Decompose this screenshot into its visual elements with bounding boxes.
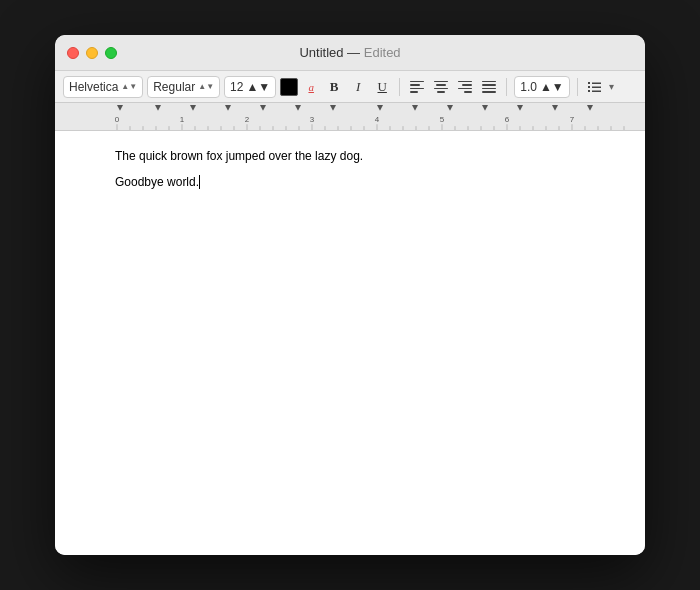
minimize-button[interactable]	[86, 47, 98, 59]
align-left-icon	[410, 81, 424, 93]
edited-label: Edited	[364, 45, 401, 60]
svg-text:6: 6	[505, 115, 510, 124]
toolbar-separator-3	[577, 78, 578, 96]
align-center-button[interactable]	[431, 77, 451, 97]
svg-text:7: 7	[570, 115, 574, 124]
align-center-icon	[434, 81, 448, 93]
italic-button[interactable]: I	[348, 77, 368, 97]
svg-rect-3	[592, 86, 601, 88]
line-spacing-label: 1.0	[520, 80, 537, 94]
underline-label: U	[378, 79, 387, 95]
svg-text:3: 3	[310, 115, 315, 124]
title-bar: Untitled — Edited	[55, 35, 645, 71]
bold-label: B	[330, 79, 339, 95]
font-style-selector[interactable]: Regular ▲▼	[147, 76, 220, 98]
app-window: Untitled — Edited Helvetica ▲▼ Regular ▲…	[55, 35, 645, 555]
svg-text:1: 1	[180, 115, 184, 124]
font-family-chevron-icon: ▲▼	[121, 82, 137, 91]
underline-button[interactable]: U	[372, 77, 392, 97]
font-style-chevron-icon: ▲▼	[198, 82, 214, 91]
line-1-text: The quick brown fox jumped over the lazy…	[115, 149, 363, 163]
title-text: Untitled	[299, 45, 343, 60]
list-button[interactable]	[585, 77, 605, 97]
align-right-button[interactable]	[455, 77, 475, 97]
align-left-button[interactable]	[407, 77, 427, 97]
line-spacing-selector[interactable]: 1.0 ▲▼	[514, 76, 569, 98]
traffic-lights	[67, 47, 117, 59]
title-separator: —	[347, 45, 364, 60]
font-family-label: Helvetica	[69, 80, 118, 94]
align-right-icon	[458, 81, 472, 93]
toolbar-separator-1	[399, 78, 400, 96]
font-style-label: Regular	[153, 80, 195, 94]
font-size-chevron-icon: ▲▼	[246, 80, 270, 94]
font-size-selector[interactable]: 12 ▲▼	[224, 76, 276, 98]
document-area[interactable]: The quick brown fox jumped over the lazy…	[55, 131, 645, 555]
svg-rect-5	[592, 90, 601, 92]
align-justify-icon	[482, 81, 496, 93]
ruler: 0 1 2 3 4 5 6 7	[55, 103, 645, 131]
svg-rect-4	[588, 90, 590, 92]
highlight-button[interactable]: a	[302, 78, 320, 96]
svg-text:0: 0	[115, 115, 120, 124]
svg-rect-1	[592, 82, 601, 84]
svg-text:4: 4	[375, 115, 380, 124]
line-spacing-chevron-icon: ▲▼	[540, 80, 564, 94]
document-line-1: The quick brown fox jumped over the lazy…	[115, 147, 585, 165]
line-2-text: Goodbye world.	[115, 175, 199, 189]
align-justify-button[interactable]	[479, 77, 499, 97]
svg-rect-0	[588, 82, 590, 84]
text-cursor	[199, 175, 200, 189]
close-button[interactable]	[67, 47, 79, 59]
text-color-swatch[interactable]	[280, 78, 298, 96]
toolbar: Helvetica ▲▼ Regular ▲▼ 12 ▲▼ a B I U	[55, 71, 645, 103]
svg-text:2: 2	[245, 115, 249, 124]
svg-rect-2	[588, 86, 590, 88]
maximize-button[interactable]	[105, 47, 117, 59]
list-chevron-icon: ▾	[609, 81, 614, 92]
highlight-label: a	[308, 81, 314, 93]
italic-label: I	[356, 79, 360, 95]
ruler-svg: 0 1 2 3 4 5 6 7	[55, 103, 645, 130]
list-icon	[587, 79, 603, 95]
font-size-label: 12	[230, 80, 243, 94]
window-title: Untitled — Edited	[299, 45, 400, 60]
font-family-selector[interactable]: Helvetica ▲▼	[63, 76, 143, 98]
bold-button[interactable]: B	[324, 77, 344, 97]
document-line-2: Goodbye world.	[115, 173, 585, 191]
svg-text:5: 5	[440, 115, 445, 124]
toolbar-separator-2	[506, 78, 507, 96]
